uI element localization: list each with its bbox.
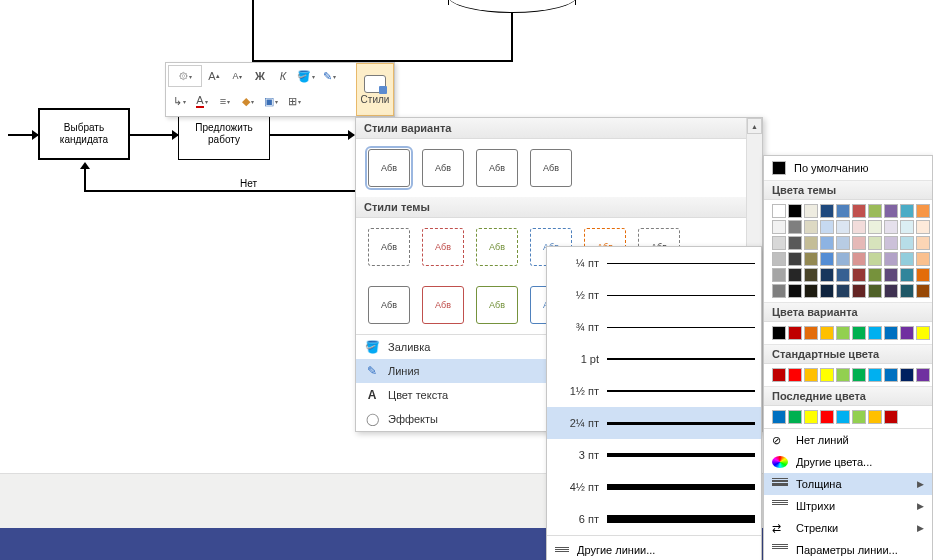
color-swatch[interactable] xyxy=(836,204,850,218)
color-swatch[interactable] xyxy=(852,236,866,250)
weight-option[interactable]: ¼ пт xyxy=(547,247,761,279)
color-swatch[interactable] xyxy=(916,268,930,282)
color-swatch[interactable] xyxy=(884,236,898,250)
color-swatch[interactable] xyxy=(852,284,866,298)
color-swatch[interactable] xyxy=(804,410,818,424)
dashes-submenu-item[interactable]: Штрихи▶ xyxy=(764,495,932,517)
grow-font-button[interactable]: A▴ xyxy=(203,65,225,87)
color-swatch[interactable] xyxy=(820,236,834,250)
color-swatch[interactable] xyxy=(772,220,786,234)
color-swatch[interactable] xyxy=(788,284,802,298)
shape-fill-button[interactable]: ◆ xyxy=(237,90,259,112)
color-swatch[interactable] xyxy=(884,252,898,266)
default-color-item[interactable]: По умолчанию xyxy=(764,156,932,180)
color-swatch[interactable] xyxy=(852,268,866,282)
style-thumb[interactable]: Абв xyxy=(422,228,464,266)
color-swatch[interactable] xyxy=(836,220,850,234)
color-swatch[interactable] xyxy=(788,326,802,340)
color-swatch[interactable] xyxy=(852,368,866,382)
color-swatch[interactable] xyxy=(868,204,882,218)
color-swatch[interactable] xyxy=(772,268,786,282)
style-thumb[interactable]: Абв xyxy=(422,286,464,324)
style-thumb[interactable]: Абв xyxy=(368,228,410,266)
italic-button[interactable]: К xyxy=(272,65,294,87)
color-swatch[interactable] xyxy=(836,252,850,266)
color-swatch[interactable] xyxy=(868,284,882,298)
color-swatch[interactable] xyxy=(852,326,866,340)
color-swatch[interactable] xyxy=(772,204,786,218)
color-swatch[interactable] xyxy=(820,252,834,266)
color-swatch[interactable] xyxy=(916,252,930,266)
color-swatch[interactable] xyxy=(916,236,930,250)
color-swatch[interactable] xyxy=(868,368,882,382)
color-swatch[interactable] xyxy=(836,268,850,282)
flowchart-box-select[interactable]: Выбрать кандидата xyxy=(38,108,130,160)
color-swatch[interactable] xyxy=(916,326,930,340)
fill-color-button[interactable]: 🪣 xyxy=(295,65,317,87)
color-swatch[interactable] xyxy=(788,368,802,382)
color-swatch[interactable] xyxy=(900,368,914,382)
color-swatch[interactable] xyxy=(884,268,898,282)
color-swatch[interactable] xyxy=(772,236,786,250)
more-lines-item[interactable]: Другие линии... xyxy=(547,535,761,560)
color-swatch[interactable] xyxy=(788,236,802,250)
color-swatch[interactable] xyxy=(884,410,898,424)
color-swatch[interactable] xyxy=(868,410,882,424)
style-thumb[interactable]: Абв xyxy=(422,149,464,187)
color-swatch[interactable] xyxy=(852,252,866,266)
color-swatch[interactable] xyxy=(916,220,930,234)
color-swatch[interactable] xyxy=(788,410,802,424)
color-swatch[interactable] xyxy=(868,252,882,266)
no-line-item[interactable]: ⊘Нет линий xyxy=(764,429,932,451)
more-colors-item[interactable]: Другие цвета... xyxy=(764,451,932,473)
color-swatch[interactable] xyxy=(804,368,818,382)
weight-option[interactable]: 1 pt xyxy=(547,343,761,375)
color-swatch[interactable] xyxy=(916,284,930,298)
style-thumb[interactable]: Абв xyxy=(476,149,518,187)
color-swatch[interactable] xyxy=(804,326,818,340)
weight-option[interactable]: 3 пт xyxy=(547,439,761,471)
font-color-button[interactable]: A xyxy=(191,90,213,112)
color-swatch[interactable] xyxy=(772,368,786,382)
color-swatch[interactable] xyxy=(836,326,850,340)
color-swatch[interactable] xyxy=(900,252,914,266)
scroll-up-button[interactable]: ▲ xyxy=(747,118,762,134)
arrows-submenu-item[interactable]: ⇄Стрелки▶ xyxy=(764,517,932,539)
color-swatch[interactable] xyxy=(900,326,914,340)
color-swatch[interactable] xyxy=(820,220,834,234)
align-button[interactable]: ≡ xyxy=(214,90,236,112)
weight-option[interactable]: 6 пт xyxy=(547,503,761,535)
color-swatch[interactable] xyxy=(868,326,882,340)
weight-submenu-item[interactable]: Толщина▶ xyxy=(764,473,932,495)
weight-option[interactable]: 1½ пт xyxy=(547,375,761,407)
color-swatch[interactable] xyxy=(804,220,818,234)
color-swatch[interactable] xyxy=(868,220,882,234)
shrink-font-button[interactable]: A▾ xyxy=(226,65,248,87)
color-swatch[interactable] xyxy=(852,220,866,234)
color-swatch[interactable] xyxy=(804,284,818,298)
color-swatch[interactable] xyxy=(884,368,898,382)
color-swatch[interactable] xyxy=(772,284,786,298)
color-swatch[interactable] xyxy=(820,268,834,282)
color-swatch[interactable] xyxy=(788,268,802,282)
style-thumb[interactable]: Абв xyxy=(530,149,572,187)
color-swatch[interactable] xyxy=(836,236,850,250)
style-thumb[interactable]: Абв xyxy=(368,286,410,324)
color-swatch[interactable] xyxy=(804,268,818,282)
style-thumb[interactable]: Абв xyxy=(476,286,518,324)
weight-option[interactable]: 2¼ пт xyxy=(547,407,761,439)
connector-button[interactable]: ↳ xyxy=(168,90,190,112)
line-color-button[interactable]: ✎ xyxy=(318,65,340,87)
color-swatch[interactable] xyxy=(820,326,834,340)
color-swatch[interactable] xyxy=(900,220,914,234)
weight-option[interactable]: ½ пт xyxy=(547,279,761,311)
color-swatch[interactable] xyxy=(868,236,882,250)
color-swatch[interactable] xyxy=(772,410,786,424)
font-size-combo[interactable]: ۞ xyxy=(168,65,202,87)
weight-option[interactable]: 4½ пт xyxy=(547,471,761,503)
color-swatch[interactable] xyxy=(852,204,866,218)
color-swatch[interactable] xyxy=(884,204,898,218)
color-swatch[interactable] xyxy=(852,410,866,424)
color-swatch[interactable] xyxy=(884,284,898,298)
bring-front-button[interactable]: ▣ xyxy=(260,90,282,112)
